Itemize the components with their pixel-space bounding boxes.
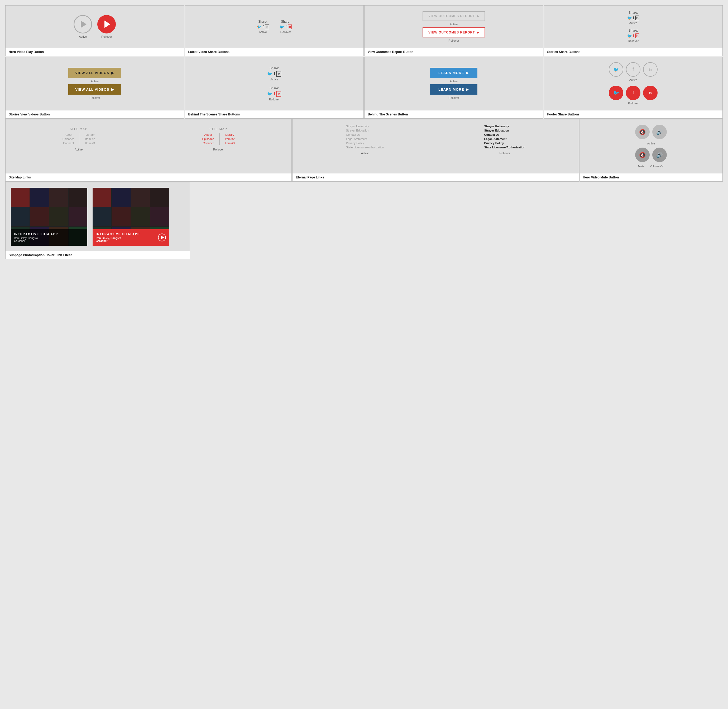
share-icons-active: 🐦 f in <box>257 25 269 29</box>
volume-btn-active[interactable]: 🔊 <box>652 125 667 139</box>
sitemap-rollover-label: Rollover <box>202 148 235 151</box>
hero-video-play-cell: Active Rollover Hero Video Play Button <box>5 5 184 56</box>
sitemap-link-library-rollover[interactable]: Library <box>225 133 235 136</box>
sitemap-link-item2-active[interactable]: Item #2 <box>85 137 95 140</box>
hero-mute-cell: 🔇 🔊 Active 🔇 🔊 Mu <box>579 119 723 182</box>
volume-btn-rollover[interactable]: 🔊 <box>652 147 667 162</box>
learn-more-active-text: LEARN MORE <box>439 71 464 75</box>
sitemap-link-item3-rollover[interactable]: Item #3 <box>225 142 235 145</box>
learn-more-rollover[interactable]: LEARN MORE ▶ <box>430 84 477 95</box>
photo-active: INTERACTIVE FILM APP Ron Finley, Gangsta… <box>11 188 87 246</box>
cell-label: Latest Video Share Buttons <box>185 48 364 56</box>
photo-overlay-rollover: INTERACTIVE FILM APP Ron Finley, Gangsta… <box>92 229 169 246</box>
linkedin-icon-active[interactable]: in <box>265 25 269 29</box>
sitemap-link-library-active[interactable]: Library <box>85 133 95 136</box>
photo-overlay-active: INTERACTIVE FILM APP Ron Finley, Gangsta… <box>11 229 87 246</box>
share-icons-rollover: 🐦 f in <box>279 25 292 29</box>
footer-rollover-label: Rollover <box>628 102 639 105</box>
eternal-state-active[interactable]: State Licensure/Authorization <box>346 146 384 149</box>
cell-label: Eternal Page Links <box>292 173 579 181</box>
eternal-privacy-active[interactable]: Privacy Policy <box>346 142 384 145</box>
learn-more-rollover-arrow: ▶ <box>466 88 469 92</box>
photo-sub-rollover: Ron Finley, Gangsta Gardener <box>96 237 140 242</box>
outcomes-btn-active[interactable]: VIEW OUTCOMES REPORT ▶ <box>422 11 485 21</box>
volume-label: Volume On <box>650 165 664 168</box>
view-videos-rollover[interactable]: VIEW ALL VIDEOS ▶ <box>68 84 121 95</box>
bts-li-a[interactable]: in <box>276 71 281 77</box>
share-label-active: Share: <box>258 20 268 23</box>
play-icon-rollover[interactable] <box>158 233 166 241</box>
eternal-contact-active[interactable]: Contact Us <box>346 133 384 136</box>
footer-twitter-rollover[interactable]: 🐦 <box>609 86 623 100</box>
rollover-label: Rollover <box>101 35 112 38</box>
sitemap-link-connect-active[interactable]: Connect <box>63 142 75 145</box>
bts-tw-r[interactable]: 🐦 <box>267 92 272 96</box>
eternal-legal-active[interactable]: Legal Statement <box>346 137 384 140</box>
subpage-photo-cell: INTERACTIVE FILM APP Ron Finley, Gangsta… <box>5 182 190 259</box>
sitemap-link-item3-active[interactable]: Item #3 <box>85 142 95 145</box>
bts-li-r[interactable]: in <box>276 91 281 97</box>
sitemap-link-connect-rollover[interactable]: Connect <box>202 142 214 145</box>
sitemap-title-active: SITE MAP <box>63 127 95 130</box>
bts-rollover-label: Rollover <box>269 98 279 101</box>
cell-label: Footer Share Buttons <box>544 110 723 118</box>
sitemap-link-about-rollover[interactable]: About <box>202 133 214 136</box>
play-button-rollover[interactable] <box>97 15 116 34</box>
bts-share-rollover: 🐦 f in <box>267 91 281 97</box>
eternal-contact-rollover[interactable]: Contact Us <box>484 133 525 136</box>
eternal-strayer-u-rollover[interactable]: Strayer University <box>484 125 525 128</box>
footer-linkedin-rollover[interactable]: in <box>643 86 658 100</box>
fb-a[interactable]: f <box>633 16 634 20</box>
tw-a[interactable]: 🐦 <box>627 16 632 20</box>
photo-rollover[interactable]: INTERACTIVE FILM APP Ron Finley, Gangsta… <box>92 188 169 246</box>
eternal-strayer-e-active[interactable]: Strayer Education <box>346 129 384 132</box>
learn-more-active[interactable]: LEARN MORE ▶ <box>430 68 477 78</box>
share-label-rollover: Share: <box>281 20 290 23</box>
bts-fb-r[interactable]: f <box>274 92 275 96</box>
play-button-active[interactable] <box>74 15 92 34</box>
footer-twitter-active[interactable]: 🐦 <box>609 62 623 77</box>
twitter-icon-active[interactable]: 🐦 <box>257 25 262 29</box>
stories-view-videos-cell: VIEW ALL VIDEOS ▶ Active VIEW ALL VIDEOS… <box>5 57 184 119</box>
behind-scenes-btn-cell: LEARN MORE ▶ Active LEARN MORE ▶ Rollove… <box>364 57 543 119</box>
bts-share-label-a: Share: <box>270 66 279 70</box>
eternal-privacy-rollover[interactable]: Privacy Policy <box>484 142 525 145</box>
eternal-strayer-e-rollover[interactable]: Strayer Education <box>484 129 525 132</box>
eternal-links-cell: Strayer University Strayer Education Con… <box>292 119 579 182</box>
learn-more-rollover-text: LEARN MORE <box>439 88 464 92</box>
eternal-state-rollover[interactable]: State Licensure/Authorization <box>484 146 525 149</box>
view-videos-rollover-text: VIEW ALL VIDEOS <box>75 88 109 92</box>
eternal-strayer-u-active[interactable]: Strayer University <box>346 125 384 128</box>
footer-linkedin-active[interactable]: in <box>643 62 658 77</box>
mute-btn-active[interactable]: 🔇 <box>635 125 650 139</box>
bts-fb-a[interactable]: f <box>274 71 275 76</box>
sitemap-link-item2-rollover[interactable]: Item #2 <box>225 137 235 140</box>
li-a[interactable]: in <box>636 16 639 20</box>
mute-btn-rollover[interactable]: 🔇 <box>635 147 650 162</box>
outcomes-rollover-state: Rollover <box>449 39 459 42</box>
footer-facebook-rollover[interactable]: f <box>626 86 640 100</box>
facebook-icon-rollover[interactable]: f <box>285 25 287 29</box>
tw-r[interactable]: 🐦 <box>627 34 632 38</box>
sitemap-link-episodes-active[interactable]: Episodes <box>63 137 75 140</box>
rollover-state-label: Rollover <box>281 30 291 34</box>
bts-tw-a[interactable]: 🐦 <box>267 71 272 76</box>
rollover-s: Rollover <box>628 39 639 42</box>
twitter-icon-rollover[interactable]: 🐦 <box>279 25 284 29</box>
footer-active-label: Active <box>629 78 637 82</box>
active-label: Active <box>79 35 87 38</box>
cell-label: Site Map Links <box>6 173 291 181</box>
li-r[interactable]: in <box>636 34 639 38</box>
sitemap-link-episodes-rollover[interactable]: Episodes <box>202 137 214 140</box>
footer-facebook-active[interactable]: f <box>626 62 640 77</box>
cell-label: Behind The Scenes Button <box>364 110 543 118</box>
view-videos-active[interactable]: VIEW ALL VIDEOS ▶ <box>68 68 121 78</box>
active-s: Active <box>629 21 637 25</box>
sitemap-link-about-active[interactable]: About <box>63 133 75 136</box>
eternal-legal-rollover[interactable]: Legal Statement <box>484 137 525 140</box>
fb-r[interactable]: f <box>633 34 634 38</box>
linkedin-icon-rollover[interactable]: in <box>288 25 292 29</box>
outcomes-btn-rollover[interactable]: VIEW OUTCOMES REPORT ▶ <box>422 28 485 38</box>
facebook-icon-active[interactable]: f <box>263 25 264 29</box>
cell-label: Hero Video Play Button <box>6 48 184 56</box>
